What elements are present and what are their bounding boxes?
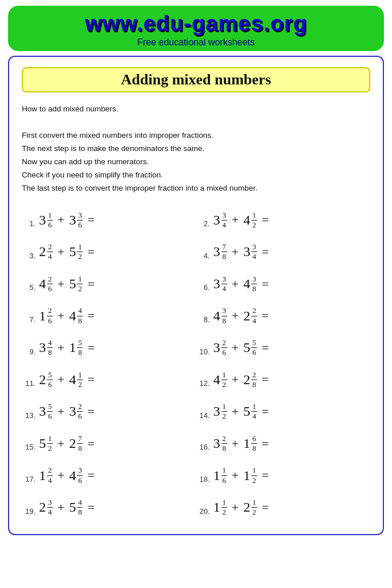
instruction-line5: The last step is to convert the improper… [22, 182, 370, 195]
numerator-1: 2 [47, 243, 53, 252]
fraction-1: 1 2 [222, 498, 227, 517]
fraction-2: 4 8 [77, 307, 83, 325]
mixed-num-2: 4 1 2 [69, 371, 83, 389]
problem-number: 5. [22, 283, 38, 293]
mixed-num-2: 3 3 6 [69, 211, 83, 230]
problem-number: 16. [196, 443, 212, 452]
plus-operator: + [57, 500, 64, 515]
problem-item: 14. 3 1 2 + 5 1 4 = [196, 396, 371, 428]
header-subtitle: Free educational worksheets [14, 37, 378, 48]
mixed-num-1: 3 5 6 [39, 403, 53, 421]
problem-number: 8. [196, 315, 212, 325]
plus-operator: + [57, 404, 64, 419]
problem-item: 17. 1 2 4 + 4 3 6 = [22, 459, 196, 492]
whole-2: 5 [69, 276, 76, 292]
equals-sign: = [87, 468, 94, 483]
numerator-2: 1 [77, 275, 83, 284]
mixed-num-2: 3 2 6 [69, 403, 83, 421]
plus-operator: + [232, 308, 239, 323]
denominator-2: 4 [251, 316, 257, 325]
numerator-2: 3 [77, 466, 83, 475]
denominator-2: 8 [77, 316, 83, 325]
whole-1: 1 [39, 468, 46, 483]
whole-1: 3 [39, 404, 46, 419]
fraction-2: 3 6 [77, 466, 83, 485]
numerator-2: 3 [77, 211, 83, 220]
problem-item: 19. 2 3 4 + 5 4 8 = [22, 492, 196, 524]
whole-1: 3 [214, 436, 220, 451]
denominator-2: 6 [77, 220, 83, 229]
plus-operator: + [57, 245, 64, 260]
equals-sign: = [87, 372, 94, 387]
denominator-1: 6 [222, 348, 227, 357]
whole-2: 5 [69, 244, 76, 260]
denominator-2: 8 [251, 444, 257, 452]
whole-2: 3 [243, 244, 250, 260]
plus-operator: + [57, 341, 64, 355]
numerator-1: 1 [47, 211, 53, 220]
denominator-2: 2 [77, 252, 83, 261]
mixed-num-2: 3 3 4 [243, 243, 257, 261]
mixed-num-1: 3 2 6 [214, 339, 227, 357]
denominator-1: 4 [222, 284, 227, 293]
denominator-1: 8 [222, 252, 227, 261]
mixed-num-1: 4 3 8 [214, 307, 227, 325]
mixed-num-1: 3 1 6 [39, 211, 53, 230]
problem-item: 4. 3 7 8 + 3 3 4 = [196, 236, 371, 268]
equals-sign: = [262, 341, 269, 355]
mixed-num-1: 4 2 6 [39, 275, 53, 293]
denominator-1: 6 [47, 380, 53, 389]
numerator-2: 5 [251, 339, 257, 348]
numerator-1: 4 [47, 339, 53, 348]
problem-number: 1. [22, 219, 38, 229]
plus-operator: + [232, 277, 239, 292]
denominator-1: 6 [47, 284, 53, 293]
fraction-2: 1 2 [77, 275, 83, 293]
fraction-2: 2 8 [251, 371, 257, 389]
whole-2: 3 [69, 212, 76, 228]
problem-number: 20. [196, 507, 212, 517]
plus-operator: + [232, 245, 239, 260]
numerator-2: 3 [251, 243, 257, 252]
numerator-2: 4 [77, 498, 83, 508]
problem-item: 7. 1 2 6 + 4 4 8 = [22, 300, 196, 332]
equals-sign: = [262, 500, 269, 515]
mixed-num-1: 1 2 6 [39, 307, 53, 325]
mixed-num-2: 1 5 8 [69, 339, 83, 357]
whole-2: 5 [69, 500, 76, 515]
problem-number: 10. [196, 347, 212, 357]
numerator-1: 7 [222, 243, 227, 252]
mixed-num-1: 2 3 4 [39, 498, 53, 517]
problem-number: 4. [196, 252, 212, 261]
numerator-1: 1 [222, 371, 227, 380]
whole-1: 4 [214, 372, 220, 388]
problem-item: 18. 1 1 6 + 1 1 2 = [196, 459, 371, 492]
numerator-1: 3 [47, 498, 53, 508]
fraction-2: 5 6 [251, 339, 257, 357]
whole-2: 2 [243, 308, 250, 324]
denominator-1: 8 [47, 348, 53, 357]
denominator-1: 4 [222, 220, 227, 229]
numerator-2: 1 [251, 498, 257, 508]
mixed-num-1: 1 1 6 [214, 466, 227, 485]
fraction-2: 3 8 [251, 275, 257, 293]
whole-2: 4 [243, 276, 250, 292]
numerator-2: 1 [77, 243, 83, 252]
mixed-num-1: 3 7 8 [214, 243, 227, 261]
plus-operator: + [57, 468, 64, 483]
problem-item: 5. 4 2 6 + 5 1 2 = [22, 268, 196, 300]
numerator-1: 3 [222, 211, 227, 220]
mixed-num-2: 5 1 4 [243, 403, 257, 421]
whole-2: 3 [69, 404, 76, 419]
fraction-1: 3 4 [222, 211, 227, 230]
plus-operator: + [232, 436, 239, 451]
problem-item: 6. 3 3 4 + 4 3 8 = [196, 268, 371, 300]
whole-1: 3 [39, 212, 46, 228]
denominator-2: 4 [251, 412, 257, 420]
fraction-1: 3 8 [222, 307, 227, 325]
equals-sign: = [87, 436, 94, 451]
header: www.edu-games.org Free educational works… [8, 6, 384, 51]
fraction-1: 1 2 [47, 435, 53, 453]
problem-item: 15. 5 1 2 + 2 7 8 = [22, 428, 196, 460]
plus-operator: + [57, 308, 64, 323]
